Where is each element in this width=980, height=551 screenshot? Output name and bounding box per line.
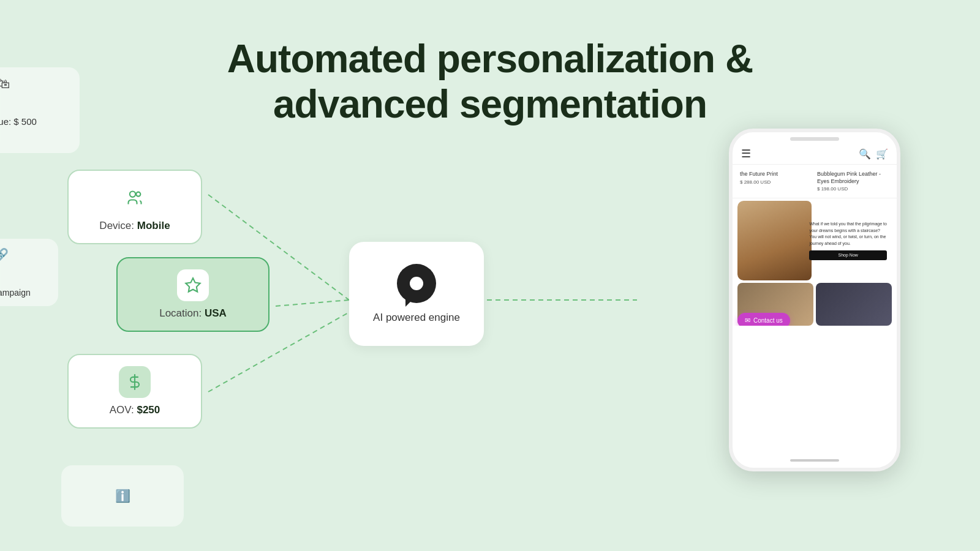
product-image-2 [816,283,892,326]
ghost-campaign: campaign [0,288,31,298]
product-row: the Future Print $ 288.00 USD Bubblegum … [733,165,897,198]
contact-us-label: Contact us [753,317,783,324]
ai-logo-inner [410,277,423,290]
svg-point-1 [136,192,140,197]
device-icon-box [119,182,151,214]
segment-card-aov: AOV: $250 [67,354,202,429]
aov-icon-box [119,366,151,398]
ghost-card-top: 🛍 lue: $ 500 [0,67,80,153]
segment-card-location: Location: USA [116,257,270,332]
promo-text-area: What if we told you that the pilgrimage … [805,201,891,280]
product-name-1: the Future Print [740,171,812,178]
product-item-1: the Future Print $ 288.00 USD [737,168,815,194]
promo-image-left [737,201,812,280]
contact-us-button[interactable]: ✉ Contact us [737,313,790,326]
promo-text: What if we told you that the pilgrimage … [809,221,887,247]
hamburger-icon: ☰ [741,147,751,160]
phone-bottom-bar [790,459,839,462]
location-label: Location: USA [159,307,227,320]
product-price-2: $ 198.00 USD [817,186,889,192]
phone-notch [790,137,839,141]
ai-logo [397,264,436,303]
shop-now-button[interactable]: Shop Now [809,250,887,260]
segment-card-device: Device: Mobile [67,170,202,244]
location-icon-box [177,269,209,301]
ghost-card-bottom: ℹ️ [61,465,184,527]
cart-icon: 🛒 [876,148,888,160]
product-image-1: ✉ Contact us [737,283,813,326]
product-name-2: Bubblegum Pink Leather - Eyes Embroidery [817,171,889,185]
ai-engine-label: AI powered engine [373,312,460,324]
product-image-row: ✉ Contact us [733,283,897,326]
ghost-value: lue: $ 500 [0,116,37,127]
phone-header: ☰ 🔍 🛒 [733,144,897,165]
promo-image-bg [737,201,812,280]
phone-mockup: ☰ 🔍 🛒 the Future Print $ 288.00 USD Bubb… [729,129,900,471]
phone-header-icons: 🔍 🛒 [859,148,888,160]
svg-marker-2 [186,278,200,291]
phone-content: What if we told you that the pilgrimage … [733,198,897,326]
device-label: Device: Mobile [99,220,170,232]
link-icon: 🔗 [0,247,9,262]
svg-point-0 [130,192,135,197]
mail-icon: ✉ [745,317,750,324]
search-icon: 🔍 [859,148,871,160]
main-heading: Automated personalization & advanced seg… [0,37,980,127]
promo-banner: What if we told you that the pilgrimage … [737,201,892,280]
product-item-2: Bubblegum Pink Leather - Eyes Embroidery… [815,168,892,194]
shop-icon: 🛍 [0,76,10,92]
aov-label: AOV: $250 [110,404,160,416]
product-price-1: $ 288.00 USD [740,179,812,185]
ghost-card-mid: 🔗 campaign [0,239,58,306]
info-icon: ℹ️ [115,489,130,503]
ai-engine-box: AI powered engine [349,242,484,346]
